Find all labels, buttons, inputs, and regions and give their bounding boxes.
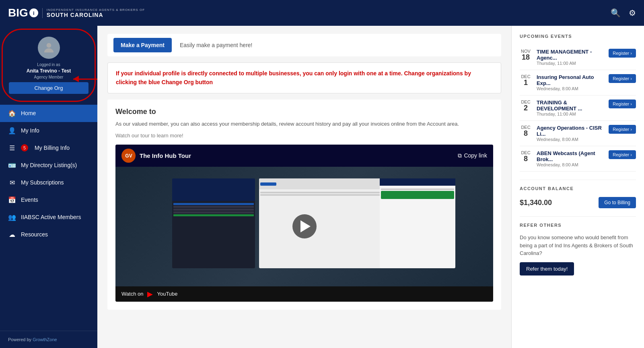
event-date-4: Dec 8 [520,150,532,162]
event-item-4: Dec 8 ABEN Webcasts (Agent Brok... Wedne… [520,146,636,172]
growthzone-link[interactable]: GrowthZone [33,337,57,342]
video-logo-icon: GV [121,149,136,163]
svg-point-0 [46,43,51,48]
sidebar-item-directory-label: My Directory Listing(s) [21,162,77,168]
event-info-1: Insuring Personal Auto Exp... Wednesday,… [537,74,604,91]
sidebar-item-directory[interactable]: 🪪 My Directory Listing(s) [0,157,97,174]
copy-link-button[interactable]: ⧉ Copy link [458,152,487,159]
event-info-2: TRAINING & DEVELOPMENT ... Thursday, 11:… [537,99,604,116]
video-header: GV The Info Hub Tour ⧉ Copy link [115,145,493,167]
video-body [115,167,493,286]
sidebar-item-members[interactable]: 👥 IIABSC Active Members [0,209,97,226]
video-inner: GV The Info Hub Tour ⧉ Copy link [115,145,493,302]
sidebar-item-home[interactable]: 🏠 Home [0,105,97,122]
welcome-title: Welcome to [115,108,493,116]
sidebar: Logged in as Anita Trevino - Test Agency… [0,26,97,348]
event-time-0: Thursday, 11:00 AM [537,61,604,66]
logo-text: BIG [8,6,28,19]
video-container[interactable]: GV The Info Hub Tour ⧉ Copy link [115,145,493,302]
event-info-3: Agency Operations - CISR Li... Wednesday… [537,125,604,142]
preview-sidebar-header [172,178,255,201]
register-button-1[interactable]: Register › [609,74,636,83]
event-date-1: Dec 1 [520,74,532,86]
sidebar-item-resources-label: Resources [21,231,48,238]
welcome-body: As our valued member, you can also acces… [115,120,493,128]
sidebar-item-events[interactable]: 📅 Events [0,191,97,209]
avatar [38,37,60,59]
event-time-3: Wednesday, 8:00 AM [537,137,604,142]
event-day-3: 8 [520,130,532,137]
event-item-0: Nov 18 TIME MANAGEMENT - Agenc... Thursd… [520,45,636,70]
refer-button[interactable]: Refer them today! [520,262,574,276]
youtube-text: YouTube [157,291,177,297]
settings-icon[interactable]: ⚙ [629,8,636,18]
user-role: Agency Member [27,75,71,80]
go-billing-button[interactable]: Go to Billing [599,197,636,208]
top-bar: BIG i INDEPENDENT INSURANCE AGENTS & BRO… [0,0,644,26]
event-date-3: Dec 8 [520,125,532,137]
account-balance-section: ACCOUNT BALANCE $1,340.00 Go to Billing [520,186,636,208]
event-day-4: 8 [520,155,532,162]
register-button-0[interactable]: Register › [609,49,636,58]
upcoming-events-title: UPCOMING EVENTS [520,34,636,39]
billing-icon: ☰ [8,144,16,152]
video-title: The Info Hub Tour [140,152,191,159]
play-icon [300,220,311,232]
change-org-button[interactable]: Change Org [9,82,88,94]
watch-tour-text: Watch our tour to learn more! [115,133,493,139]
event-name-4: ABEN Webcasts (Agent Brok... [537,150,604,162]
alert-text: If your individual profile is directly c… [116,69,493,87]
preview-right-btn [381,191,454,199]
event-item-3: Dec 8 Agency Operations - CISR Li... Wed… [520,121,636,146]
preview-line-2 [260,194,385,196]
register-button-4[interactable]: Register › [609,150,636,159]
sidebar-nav: 🏠 Home 👤 My Info ☰ 5 My Billing Info 🪪 M… [0,105,97,331]
event-name-2: TRAINING & DEVELOPMENT ... [537,99,604,112]
user-name: Anita Trevino - Test [27,68,71,75]
preview-right-content [380,187,455,201]
youtube-icon: ▶ [147,290,153,298]
copy-link-label: Copy link [464,152,487,159]
divider-1 [520,180,636,180]
divider-2 [520,216,636,217]
right-panel: UPCOMING EVENTS Nov 18 TIME MANAGEMENT -… [511,26,644,348]
welcome-section: Welcome to As our valued member, you can… [107,99,501,310]
content-body: Make a Payment Easily make a payment her… [97,26,644,348]
event-time-1: Wednesday, 8:00 AM [537,86,604,91]
search-icon[interactable]: 🔍 [611,8,621,18]
preview-item-2 [173,206,254,208]
sidebar-item-resources[interactable]: ☁ Resources [0,226,97,243]
preview-item-4 [173,211,254,213]
register-button-2[interactable]: Register › [609,99,636,108]
upcoming-events-section: UPCOMING EVENTS Nov 18 TIME MANAGEMENT -… [520,34,636,172]
logged-in-label: Logged in as [27,62,71,68]
billing-badge: 5 [21,144,28,151]
make-payment-button[interactable]: Make a Payment [113,38,172,52]
content-area: Make a Payment Easily make a payment her… [97,26,644,348]
subscriptions-icon: ✉ [8,179,16,186]
logo-line2: SOUTH CAROLINA [47,12,145,18]
members-icon: 👥 [8,213,16,221]
sidebar-item-billing-label: My Billing Info [35,145,70,151]
event-day-0: 18 [520,54,532,61]
sidebar-item-myinfo[interactable]: 👤 My Info [0,122,97,139]
preview-item-3 [173,209,254,211]
payment-bar: Make a Payment Easily make a payment her… [107,34,501,56]
svg-text:GV: GV [125,153,132,159]
sidebar-item-billing[interactable]: ☰ 5 My Billing Info [0,139,97,157]
main-content: Make a Payment Easily make a payment her… [97,26,511,348]
logo-area: BIG i INDEPENDENT INSURANCE AGENTS & BRO… [8,6,145,19]
powered-by-text: Powered by [8,337,31,342]
top-bar-icons: 🔍 ⚙ [611,8,636,18]
register-button-3[interactable]: Register › [609,125,636,134]
preview-item-5 [173,214,254,216]
sidebar-item-subscriptions[interactable]: ✉ My Subscriptions [0,174,97,191]
alert-box: If your individual profile is directly c… [107,62,501,93]
account-balance-title: ACCOUNT BALANCE [520,186,636,191]
refer-section: REFER OTHERS Do you know someone who wou… [520,223,636,276]
copy-icon: ⧉ [458,152,462,159]
logo: BIG i [8,6,38,19]
play-button[interactable] [292,214,317,238]
user-section-wrapper: Logged in as Anita Trevino - Test Agency… [5,32,93,99]
balance-row: $1,340.00 Go to Billing [520,197,636,208]
